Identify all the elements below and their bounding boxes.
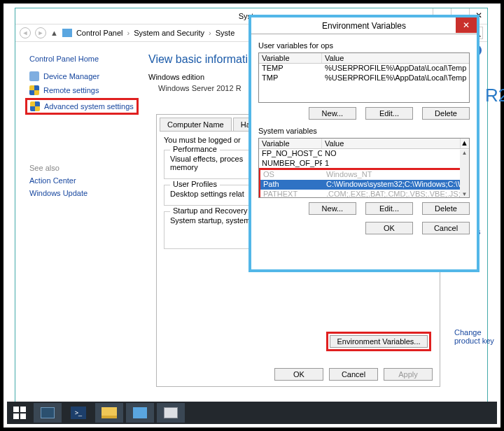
forward-button[interactable]: ►: [35, 27, 46, 38]
shield-icon: [29, 85, 39, 95]
taskbar[interactable]: >_: [7, 402, 497, 424]
highlight-advanced-settings: Advanced system settings: [25, 98, 139, 115]
sidebar: Control Panel Home Device Manager Remote…: [15, 42, 148, 402]
scroll-up-icon[interactable]: ▲: [462, 150, 468, 156]
sidebar-item-label: Device Manager: [43, 72, 99, 80]
user-delete-button[interactable]: Delete: [422, 107, 470, 120]
startup-title: Startup and Recovery: [170, 206, 250, 215]
close-button[interactable]: ✕: [456, 17, 477, 33]
env-ok-button[interactable]: OK: [365, 222, 413, 234]
taskbar-control-panel[interactable]: [126, 403, 154, 423]
tab-computer-name[interactable]: Computer Name: [160, 118, 232, 131]
list-item[interactable]: FP_NO_HOST_CH... NO: [259, 149, 469, 159]
environment-variables-dialog: Environment Variables ✕ User variables f…: [248, 15, 479, 272]
sidebar-item-label: Windows Update: [29, 189, 88, 197]
list-item[interactable]: TMP %USERPROFILE%\AppData\Local\Temp: [259, 73, 469, 83]
list-item-selected[interactable]: Path C:\Windows\system32;C:\Windows;C:\W…: [260, 180, 468, 190]
breadcrumb[interactable]: Control Panel: [76, 29, 123, 37]
system-vars-label: System variables: [258, 127, 470, 135]
env-cancel-button[interactable]: Cancel: [422, 222, 470, 234]
back-button[interactable]: ◄: [20, 27, 31, 38]
sys-delete-button[interactable]: Delete: [422, 202, 470, 215]
highlight-path-row: OS Windows_NT Path C:\Windows\system32;C…: [258, 168, 470, 198]
taskbar-explorer[interactable]: [95, 403, 123, 423]
performance-title: Performance: [170, 145, 220, 153]
taskbar-server-manager[interactable]: [34, 403, 62, 423]
system-properties-icon: [164, 407, 178, 418]
file-explorer-icon: [102, 407, 117, 418]
sidebar-item-device-manager[interactable]: Device Manager: [21, 70, 147, 83]
cancel-button[interactable]: Cancel: [329, 368, 378, 381]
control-panel-icon: [133, 407, 147, 418]
taskbar-powershell[interactable]: >_: [64, 403, 92, 423]
system-vars-list[interactable]: Variable Value ▲ FP_NO_HOST_CH... NO NUM…: [258, 138, 470, 198]
windows-icon: [13, 407, 26, 419]
user-edit-button[interactable]: Edit...: [365, 107, 413, 120]
sidebar-item-action-center[interactable]: Action Center: [21, 175, 147, 186]
scrollbar[interactable]: ▲ ▼: [460, 150, 469, 197]
col-value[interactable]: Value: [322, 139, 460, 148]
col-value[interactable]: Value: [322, 53, 469, 63]
col-variable[interactable]: Variable: [259, 139, 322, 148]
list-item[interactable]: NUMBER_OF_PRO... 1: [259, 159, 469, 169]
scroll-down-icon[interactable]: ▼: [462, 191, 468, 197]
sidebar-item-label: Action Center: [29, 176, 76, 185]
device-icon: [29, 71, 39, 81]
highlight-env-vars-button: Environment Variables...: [326, 332, 431, 351]
edition-suffix: R2: [485, 85, 504, 106]
sys-edit-button[interactable]: Edit...: [365, 202, 413, 215]
env-titlebar[interactable]: Environment Variables ✕: [251, 17, 477, 34]
user-vars-list[interactable]: Variable Value TEMP %USERPROFILE%\AppDat…: [258, 52, 470, 103]
user-vars-label: User variables for ops: [258, 41, 470, 50]
list-item[interactable]: OS Windows_NT: [260, 170, 468, 180]
change-product-key-link[interactable]: Change product key: [454, 328, 500, 345]
env-title-text: Environment Variables: [322, 21, 406, 31]
list-item[interactable]: PATHEXT .COM;.EXE;.BAT;.CMD;.VBS;.VBE;.J…: [260, 190, 468, 198]
computer-icon: [62, 29, 72, 37]
powershell-icon: >_: [71, 407, 86, 419]
ok-button[interactable]: OK: [274, 368, 323, 381]
sys-new-button[interactable]: New...: [309, 202, 356, 215]
shield-icon: [30, 101, 40, 111]
col-variable[interactable]: Variable: [259, 53, 322, 63]
sidebar-item-windows-update[interactable]: Windows Update: [21, 188, 147, 199]
sidebar-item-remote-settings[interactable]: Remote settings: [21, 84, 147, 97]
up-button[interactable]: ▲: [50, 29, 58, 37]
user-new-button[interactable]: New...: [309, 107, 356, 120]
user-profiles-title: User Profiles: [170, 180, 220, 188]
breadcrumb[interactable]: Syste: [216, 29, 235, 37]
start-button[interactable]: [8, 403, 31, 423]
sidebar-item-label: Remote settings: [43, 86, 99, 94]
sidebar-item-advanced-settings[interactable]: Advanced system settings: [44, 102, 134, 111]
apply-button[interactable]: Apply: [384, 368, 433, 381]
see-also-label: See also: [29, 164, 147, 172]
scroll-up-icon[interactable]: ▲: [460, 139, 469, 148]
environment-variables-button[interactable]: Environment Variables...: [330, 335, 428, 348]
breadcrumb[interactable]: System and Security: [134, 29, 204, 37]
list-item[interactable]: TEMP %USERPROFILE%\AppData\Local\Temp: [259, 64, 469, 73]
server-manager-icon: [41, 407, 55, 418]
sidebar-home[interactable]: Control Panel Home: [29, 55, 147, 63]
taskbar-system-properties[interactable]: [157, 403, 185, 423]
